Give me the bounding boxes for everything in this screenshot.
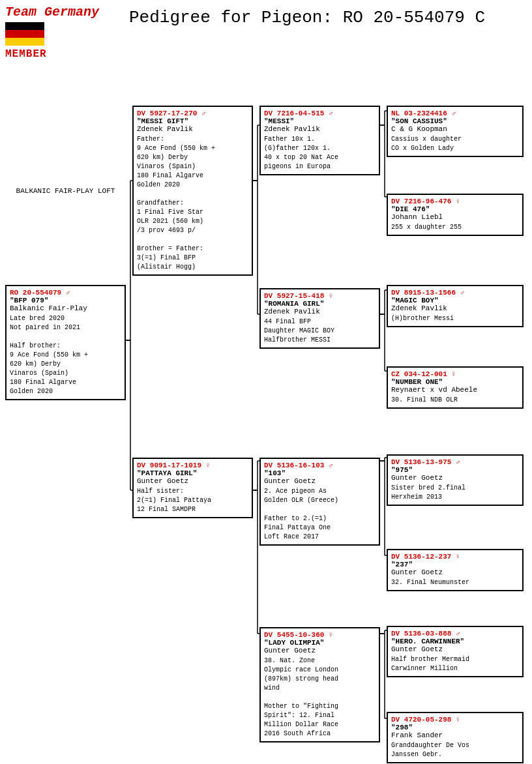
dd-info: 38. Nat. Zone Olympic race London (897km…: [264, 656, 376, 739]
ss-owner: Zdenek Pavlik: [264, 125, 376, 133]
dam-owner: Gunter Goetz: [137, 477, 248, 485]
dsd-owner: Gunter Goetz: [391, 568, 519, 576]
dd-box: DV 5455-10-360 ♀ "LADY OLIMPIA" Gunter G…: [259, 627, 380, 742]
dam-box: DV 9091-17-1019 ♀ "PATTAYA GIRL" Gunter …: [132, 458, 253, 518]
sss-owner: C & G Koopman: [391, 125, 519, 133]
ds-info: 2. Ace pigeon As Golden OLR (Greece) Fat…: [264, 487, 376, 542]
main-owner: Balkanic Fair-Play: [10, 304, 121, 312]
ssd-info: 255 x daughter 255: [391, 223, 519, 232]
dss-owner: Gunter Goetz: [391, 474, 519, 482]
ss-ring: DV 7216-04-515 ♂: [264, 110, 376, 117]
balkanic-label: BALKANIC FAIR-PLAY LOFT: [5, 187, 126, 195]
sds-owner: Zdenek Pavlik: [391, 304, 519, 312]
ssd-name: "DIE 476": [391, 205, 519, 213]
sd-box: DV 5927-15-418 ♀ "ROMANIA GIRL" Zdenek P…: [259, 288, 380, 349]
sire-box: DV 5927-17-270 ♂ "MESSI GIFT" Zdenek Pav…: [132, 106, 253, 276]
dds-box: DV 5136-03-888 ♂ "HERO. CARWINNER" Gunte…: [387, 626, 524, 677]
main-pigeon-box: RO 20-554079 ♂ "BFP 079" Balkanic Fair-P…: [5, 285, 126, 400]
sss-info: Cassius x daughter CO x Golden Lady: [391, 135, 519, 153]
flag-icon: [5, 22, 44, 46]
ssd-owner: Johann Liebl: [391, 213, 519, 221]
page-title: Pedigree for Pigeon: RO 20-554079 C: [129, 5, 485, 27]
dsd-box: DV 5136-12-237 ♀ "237" Gunter Goetz 32. …: [387, 549, 524, 591]
sdd-name: "NUMBER ONE": [391, 378, 519, 386]
ds-box: DV 5136-16-103 ♂ "103" Gunter Goetz 2. A…: [259, 458, 380, 546]
ddd-name: "298": [391, 724, 519, 731]
ds-ring: DV 5136-16-103 ♂: [264, 462, 376, 469]
ss-info: Father 10x 1. (G)father 120x 1. 40 x top…: [264, 135, 376, 171]
sire-owner: Zdenek Pavlik: [137, 125, 248, 133]
dam-ring: DV 9091-17-1019 ♀: [137, 462, 248, 469]
main-info: Late bred 2020 Not paired in 2021 Half b…: [10, 314, 121, 396]
sd-ring: DV 5927-15-418 ♀: [264, 292, 376, 300]
sss-name: "SON CASSIUS": [391, 117, 519, 125]
pedigree-area: BALKANIC FAIR-PLAY LOFT RO 20-554079 ♂ "…: [5, 66, 527, 757]
dss-ring: DV 5136-13-975 ♂: [391, 458, 519, 466]
sd-info: 44 Final BFP Daughter MAGIC BOY Halfbrot…: [264, 317, 376, 345]
sire-name: "MESSI GIFT": [137, 117, 248, 125]
main-ring: RO 20-554079 ♂: [10, 289, 121, 297]
dd-name: "LADY OLIMPIA": [264, 639, 376, 647]
ss-box: DV 7216-04-515 ♂ "MESSI" Zdenek Pavlik F…: [259, 106, 380, 175]
dam-name: "PATTAYA GIRL": [137, 469, 248, 477]
ssd-box: DV 7216-96-476 ♀ "DIE 476" Johann Liebl …: [387, 194, 524, 236]
sire-info: Father: 9 Ace Fond (550 km + 620 km) Der…: [137, 135, 248, 272]
main-name: "BFP 079": [10, 297, 121, 304]
sdd-owner: Reynaert x vd Abeele: [391, 386, 519, 394]
sds-ring: DV 8915-13-1566 ♂: [391, 289, 519, 297]
sds-box: DV 8915-13-1566 ♂ "MAGIC BOY" Zdenek Pav…: [387, 285, 524, 327]
flag-red: [5, 30, 44, 38]
page: Team Germany MEMBER Pedigree for Pigeon:…: [0, 0, 532, 764]
flag-gold: [5, 38, 44, 46]
sdd-ring: CZ 034-12-001 ♀: [391, 370, 519, 378]
sds-info: (H)brother Messi: [391, 314, 519, 323]
sds-name: "MAGIC BOY": [391, 297, 519, 304]
ds-name: "103": [264, 469, 376, 477]
dds-ring: DV 5136-03-888 ♂: [391, 630, 519, 638]
sire-ring: DV 5927-17-270 ♂: [137, 110, 248, 117]
sss-ring: NL 03-2324416 ♂: [391, 110, 519, 117]
sdd-info: 30. Final NDB OLR: [391, 396, 519, 405]
sdd-box: CZ 034-12-001 ♀ "NUMBER ONE" Reynaert x …: [387, 366, 524, 409]
ddd-info: Granddaughter De Vos Janssen Gebr.: [391, 741, 519, 759]
ddd-box: DV 4720-05-298 ♀ "298" Frank Sander Gran…: [387, 712, 524, 763]
dd-owner: Gunter Goetz: [264, 647, 376, 654]
logo-text: Team Germany: [5, 5, 129, 20]
logo-area: Team Germany MEMBER: [5, 5, 129, 60]
sd-name: "ROMANIA GIRL": [264, 300, 376, 308]
dds-owner: Gunter Goetz: [391, 645, 519, 653]
ss-name: "MESSI": [264, 117, 376, 125]
dss-info: Sister bred 2.final Herxheim 2013: [391, 484, 519, 502]
dds-name: "HERO. CARWINNER": [391, 638, 519, 645]
dsd-ring: DV 5136-12-237 ♀: [391, 553, 519, 561]
dsd-name: "237": [391, 561, 519, 568]
dam-info: Half sister: 2(=1) Final Pattaya 12 Fina…: [137, 487, 248, 514]
dss-name: "975": [391, 466, 519, 474]
ssd-ring: DV 7216-96-476 ♀: [391, 198, 519, 205]
ddd-owner: Frank Sander: [391, 731, 519, 739]
sss-box: NL 03-2324416 ♂ "SON CASSIUS" C & G Koop…: [387, 106, 524, 157]
flag-black: [5, 22, 44, 30]
member-label: MEMBER: [5, 48, 129, 60]
header: Team Germany MEMBER Pedigree for Pigeon:…: [5, 5, 527, 60]
dsd-info: 32. Final Neumunster: [391, 578, 519, 587]
ddd-ring: DV 4720-05-298 ♀: [391, 716, 519, 724]
sd-owner: Zdenek Pavlik: [264, 308, 376, 316]
dds-info: Half brother Mermaid Carwinner Million: [391, 655, 519, 673]
dss-box: DV 5136-13-975 ♂ "975" Gunter Goetz Sist…: [387, 454, 524, 506]
dd-ring: DV 5455-10-360 ♀: [264, 631, 376, 639]
ds-owner: Gunter Goetz: [264, 477, 376, 485]
